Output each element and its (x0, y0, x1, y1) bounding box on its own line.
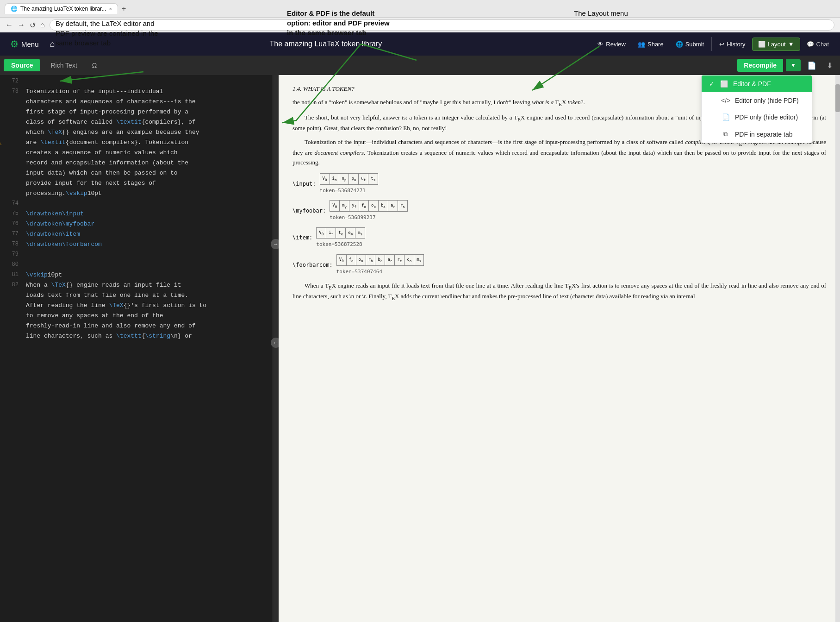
chat-button[interactable]: 💬 Chat (801, 38, 834, 50)
source-tab[interactable]: Source (4, 59, 40, 71)
submit-icon: 🌐 (676, 41, 683, 48)
menu-button[interactable]: ⚙ Menu (6, 36, 44, 52)
tab-favicon: 🌐 (11, 6, 18, 12)
pdf-scrollbar[interactable] (835, 75, 840, 622)
line-number: 80 (0, 259, 22, 270)
menu-label: Menu (21, 40, 39, 48)
layout-option-pdf-separate[interactable]: ⧉ PDF in separate tab (702, 126, 812, 143)
token-diagram-label: \item: (292, 233, 312, 242)
browser-tab[interactable]: 🌐 The amazing LuaTeX token librar... × (5, 3, 118, 14)
review-icon: 👁 (597, 41, 604, 48)
code-line: \drawtoken\foorbarcom (26, 239, 269, 249)
nav-back-button[interactable]: ← (6, 21, 13, 29)
layout-option-editor-only[interactable]: </> Editor only (hide PDF) (702, 92, 812, 109)
line-number (0, 331, 22, 341)
rich-text-tab[interactable]: Rich Text (43, 59, 84, 71)
token-cell: fo (347, 255, 356, 265)
token-diagram-input: \input: V0 in np pu ut ts token=53687427… (292, 173, 826, 195)
token-cell: yf (349, 201, 359, 211)
token-cell: ms (414, 255, 423, 265)
token-cell: ba (375, 255, 385, 265)
code-line: When a \TeX{} engine reads an input file… (26, 280, 269, 290)
line-number: 77 (0, 229, 22, 239)
code-line (26, 249, 269, 259)
layout-option-pdf-only[interactable]: 📄 PDF only (hide editor) (702, 109, 812, 126)
line-number: 79 (0, 249, 22, 259)
recompile-dropdown-button[interactable]: ▼ (786, 59, 801, 71)
token-cell: te (336, 228, 346, 239)
main-content: 72 73 ⚠ 74 75 76 77 78 79 8 (0, 75, 840, 622)
token-cell: rc (395, 255, 404, 265)
token-diagram-item: \item: V0 it te em ms token=536872528 (292, 227, 826, 249)
address-bar-input[interactable] (50, 19, 834, 31)
omega-tab[interactable]: Ω (87, 59, 101, 71)
code-line: record and encapsulate information (abou… (26, 157, 269, 168)
overleaf-icon: ⚙ (10, 38, 19, 50)
pdf-scrollbar-thumb[interactable] (835, 84, 840, 112)
line-number: 81 (0, 270, 22, 280)
token-group: V0 it te em ms token=536872528 (316, 227, 365, 249)
topbar: ⚙ Menu ⌂ The amazing LuaTeX token librar… (0, 32, 840, 56)
home-icon: ⌂ (50, 39, 55, 49)
token-cell: ms (355, 228, 365, 239)
token-cell: it (326, 228, 336, 239)
code-line (26, 198, 269, 208)
line-number (0, 96, 22, 107)
download-icon-button[interactable]: ⬇ (823, 59, 836, 72)
document-title: The amazing LuaTeX token library (61, 40, 590, 48)
home-button[interactable]: ⌂ (45, 37, 60, 52)
share-label: Share (647, 41, 664, 48)
history-button[interactable]: ↩ History (714, 38, 751, 50)
editor-only-icon: </> (721, 97, 730, 104)
new-tab-button[interactable]: + (122, 5, 126, 13)
tab-title: The amazing LuaTeX token librar... (20, 6, 106, 12)
line-number (0, 147, 22, 157)
nav-reload-button[interactable]: ↺ (30, 21, 36, 30)
review-button[interactable]: 👁 Review (592, 38, 631, 50)
line-number (0, 300, 22, 310)
browser-chrome: 🌐 The amazing LuaTeX token librar... × + (0, 0, 840, 18)
line-number: 82 (0, 280, 22, 290)
line-number: 76 (0, 219, 22, 229)
line-number (0, 310, 22, 320)
token-cell: ts (368, 174, 378, 184)
code-line: are \textit{document compilers}. Tokeniz… (26, 137, 269, 147)
code-line: line characters, such as \texttt{\string… (26, 331, 269, 341)
line-number: 75 (0, 208, 22, 219)
token-cell: ar (385, 255, 395, 265)
recompile-button[interactable]: Recompile (737, 59, 783, 72)
editor-pane[interactable]: 72 73 ⚠ 74 75 76 77 78 79 8 (0, 75, 273, 622)
layout-button[interactable]: ⬜ Layout ▼ (752, 38, 800, 51)
code-line: to remove any spaces at the end of the (26, 310, 269, 320)
code-line: processing.\vskip10pt (26, 188, 269, 198)
doc-icon-button[interactable]: 📄 (803, 59, 820, 72)
layout-option-editor-pdf[interactable]: ✓ ⬜ Editor & PDF (702, 75, 812, 92)
line-number (0, 168, 22, 178)
token-diagram-label: \myfoobar: (292, 207, 326, 215)
share-button[interactable]: 👥 Share (632, 38, 669, 50)
history-icon: ↩ (719, 41, 724, 48)
line-number (0, 320, 22, 331)
nav-home-button[interactable]: ⌂ (40, 21, 45, 29)
token-cell: rs (398, 201, 407, 211)
line-number (0, 157, 22, 168)
token-value: token=536874271 (320, 187, 366, 195)
check-icon: ✓ (709, 80, 715, 88)
tab-close-button[interactable]: × (109, 6, 112, 12)
submit-button[interactable]: 🌐 Submit (670, 38, 709, 50)
token-cell: V0 (317, 228, 326, 239)
line-numbers-gutter: 72 73 ⚠ 74 75 76 77 78 79 8 (0, 75, 22, 622)
token-diagram-label: \input: (292, 180, 316, 188)
token-cell: ut (359, 174, 368, 184)
line-number (0, 290, 22, 300)
code-line: \vskip10pt (26, 270, 269, 280)
token-cell: rb (366, 255, 376, 265)
layout-dropdown-arrow: ▼ (788, 41, 794, 48)
nav-forward-button[interactable]: → (18, 21, 25, 29)
editor-lines[interactable]: Tokenization of the input---individual c… (22, 75, 273, 622)
layout-option-label: Editor only (hide PDF) (735, 97, 799, 104)
topbar-divider (711, 37, 712, 51)
code-line: \drawtoken\input (26, 208, 269, 219)
layout-option-label: PDF only (hide editor) (735, 113, 798, 121)
editor-pdf-splitter[interactable]: → ← (273, 75, 279, 622)
